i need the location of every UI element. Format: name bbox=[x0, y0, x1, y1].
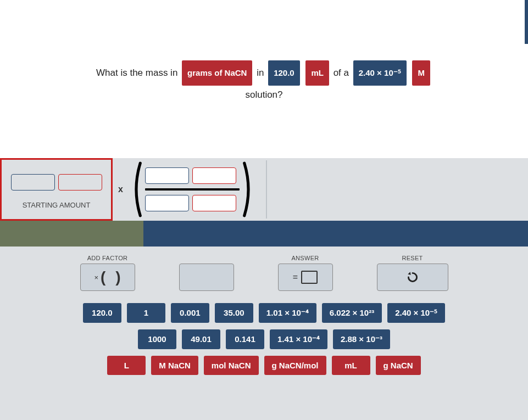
answer-box-icon bbox=[301, 271, 318, 284]
chip-concentration-unit[interactable]: M bbox=[412, 60, 430, 86]
dark-band-olive-segment bbox=[0, 221, 143, 247]
value-tile[interactable]: 1000 bbox=[138, 329, 176, 349]
blank-control-label bbox=[179, 255, 234, 261]
add-factor-label: ADD FACTOR bbox=[80, 255, 135, 261]
left-paren-icon bbox=[131, 161, 143, 218]
unit-tile[interactable]: M NaCN bbox=[151, 356, 198, 375]
denominator-unit-slot[interactable] bbox=[192, 195, 236, 211]
dark-band bbox=[0, 221, 528, 247]
work-strip-divider bbox=[266, 160, 267, 219]
chip-volume-unit[interactable]: mL bbox=[305, 60, 329, 86]
unit-tile[interactable]: L bbox=[107, 356, 146, 375]
value-tiles-row-2: 100049.010.1411.41 × 10⁻⁴2.88 × 10⁻³ bbox=[138, 329, 390, 349]
value-tile[interactable]: 1 bbox=[127, 303, 165, 323]
unit-tile[interactable]: g NaCN bbox=[376, 356, 421, 375]
add-factor-button[interactable]: × ( ) bbox=[80, 264, 135, 291]
value-tile[interactable]: 35.00 bbox=[215, 303, 253, 323]
answer-group: ANSWER = bbox=[278, 255, 333, 291]
value-tiles-row-1: 120.010.00135.001.01 × 10⁻⁴6.022 × 10²³2… bbox=[83, 303, 445, 323]
multiply-symbol: x bbox=[118, 184, 123, 194]
chip-grams-of-nacn[interactable]: grams of NaCN bbox=[182, 60, 252, 86]
value-tile[interactable]: 1.01 × 10⁻⁴ bbox=[259, 303, 316, 323]
undo-arrow-icon bbox=[405, 270, 420, 284]
chip-concentration-value[interactable]: 2.40 × 10⁻⁵ bbox=[353, 60, 407, 86]
starting-amount-label: STARTING AMOUNT bbox=[2, 201, 111, 209]
unit-tile[interactable]: g NaCN/mol bbox=[264, 356, 326, 375]
numerator-unit-slot[interactable] bbox=[192, 167, 236, 184]
chip-volume-value[interactable]: 120.0 bbox=[268, 60, 300, 86]
blank-control-box[interactable] bbox=[179, 264, 234, 291]
starting-unit-slot[interactable] bbox=[58, 174, 102, 191]
reset-group: RESET bbox=[377, 255, 448, 291]
unit-tile[interactable]: mol NaCN bbox=[204, 356, 259, 375]
value-tile[interactable]: 120.0 bbox=[83, 303, 121, 323]
value-tile[interactable]: 0.141 bbox=[226, 329, 264, 349]
answer-equals: = bbox=[293, 272, 298, 282]
value-tile[interactable]: 2.88 × 10⁻³ bbox=[333, 329, 390, 349]
question-part-4: solution? bbox=[0, 86, 528, 104]
reset-button[interactable] bbox=[377, 264, 448, 291]
value-tile[interactable]: 6.022 × 10²³ bbox=[322, 303, 382, 323]
unit-tile[interactable]: mL bbox=[332, 356, 370, 375]
value-tile[interactable]: 1.41 × 10⁻⁴ bbox=[270, 329, 327, 349]
tiles-container: 120.010.00135.001.01 × 10⁻⁴6.022 × 10²³2… bbox=[0, 303, 528, 375]
answer-label: ANSWER bbox=[278, 255, 333, 261]
add-factor-group: ADD FACTOR × ( ) bbox=[80, 255, 135, 291]
scrollbar-edge bbox=[525, 0, 528, 44]
question-part-2: in bbox=[257, 68, 264, 78]
value-tile[interactable]: 2.40 × 10⁻⁵ bbox=[387, 303, 445, 323]
unit-tiles-row: LM NaCNmol NaCNg NaCN/molmLg NaCN bbox=[107, 356, 420, 375]
question-part-1: What is the mass in bbox=[96, 68, 177, 78]
fraction bbox=[143, 161, 242, 218]
starting-amount-block[interactable]: STARTING AMOUNT bbox=[0, 158, 113, 221]
value-tile[interactable]: 49.01 bbox=[182, 329, 220, 349]
conversion-factor-block bbox=[129, 161, 256, 218]
denominator-value-slot[interactable] bbox=[145, 195, 189, 211]
reset-label: RESET bbox=[377, 255, 448, 261]
right-paren-icon bbox=[242, 161, 254, 218]
question-text: What is the mass in grams of NaCN in 120… bbox=[0, 0, 528, 104]
answer-button[interactable]: = bbox=[278, 264, 333, 291]
controls-area: ADD FACTOR × ( ) ANSWER = RESET bbox=[0, 247, 528, 420]
value-tile[interactable]: 0.001 bbox=[171, 303, 209, 323]
question-part-3: of a bbox=[334, 68, 349, 78]
work-strip: STARTING AMOUNT x bbox=[0, 158, 528, 221]
numerator-value-slot[interactable] bbox=[145, 167, 189, 184]
blank-control-group bbox=[179, 255, 234, 291]
starting-value-slot[interactable] bbox=[11, 174, 55, 191]
fraction-bar bbox=[145, 188, 240, 191]
